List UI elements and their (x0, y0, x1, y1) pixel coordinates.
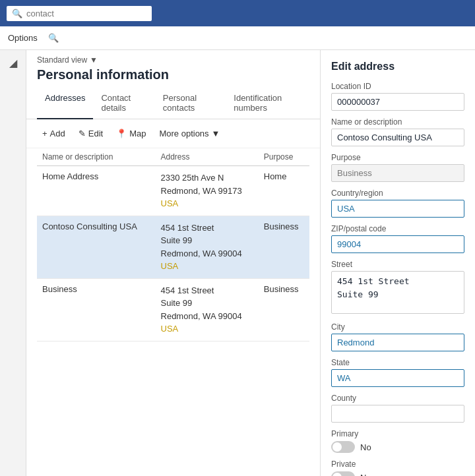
table-container: Name or description Address Purpose Home… (26, 148, 320, 476)
location-id-group: Location ID (331, 82, 464, 111)
add-icon: + (42, 129, 48, 138)
tab-contact-details[interactable]: Contact details (93, 88, 154, 119)
county-label: County (331, 394, 464, 403)
nav-bar: Options 🔍 (0, 26, 475, 50)
search-icon: 🔍 (12, 9, 22, 18)
address-country: USA (161, 324, 179, 334)
address-line1: 2330 25th Ave N (161, 173, 224, 183)
address-line2: Suite 99 (161, 235, 193, 245)
name-label: Name or description (331, 117, 464, 127)
city-input[interactable] (331, 334, 464, 351)
street-label: Street (331, 260, 464, 269)
private-group: Private No (331, 460, 464, 476)
chevron-down-icon: ▼ (212, 129, 220, 138)
page-title: Personal information (37, 67, 309, 82)
col-address: Address (156, 148, 259, 166)
state-group: State (331, 358, 464, 387)
edit-button[interactable]: ✎ Edit (73, 126, 108, 141)
search-input[interactable] (26, 9, 145, 18)
map-icon: 📍 (116, 129, 127, 138)
add-label: Add (50, 129, 65, 138)
nav-search-icon[interactable]: 🔍 (48, 33, 59, 43)
row-address: 454 1st Street Suite 99 Redmond, WA 9900… (156, 216, 259, 278)
street-group: Street 454 1st Street Suite 99 (331, 260, 464, 316)
edit-icon: ✎ (79, 129, 86, 138)
row-address: 2330 25th Ave N Redmond, WA 99173 USA (156, 166, 259, 216)
content-area: Standard view ▼ Personal information Add… (26, 50, 320, 476)
top-bar: 🔍 (0, 0, 475, 26)
row-address: 454 1st Street Suite 99 Redmond, WA 9900… (156, 278, 259, 341)
table-row[interactable]: Business 454 1st Street Suite 99 Redmond… (37, 278, 309, 341)
private-toggle[interactable] (331, 471, 355, 476)
zip-input[interactable] (331, 235, 464, 253)
address-line3: Redmond, WA 99004 (161, 249, 242, 258)
country-input[interactable] (331, 200, 464, 218)
search-box[interactable]: 🔍 (7, 6, 152, 21)
county-group: County (331, 394, 464, 423)
purpose-label: Purpose (331, 153, 464, 162)
table-header-row: Name or description Address Purpose (37, 148, 309, 166)
private-label: Private (331, 460, 464, 469)
purpose-input (331, 164, 464, 182)
map-label: Map (129, 129, 146, 138)
table-row[interactable]: Contoso Consulting USA 454 1st Street Su… (37, 216, 309, 278)
toolbar: + Add ✎ Edit 📍 Map More options ▼ (26, 119, 320, 148)
city-group: City (331, 322, 464, 351)
private-no-label: No (360, 473, 371, 477)
left-sidebar: ◢ (0, 50, 26, 476)
row-purpose: Business (259, 278, 309, 341)
address-country: USA (161, 261, 179, 271)
main-layout: ◢ Standard view ▼ Personal information A… (0, 50, 475, 476)
tab-addresses[interactable]: Addresses (37, 88, 93, 119)
view-selector[interactable]: Standard view ▼ (37, 55, 309, 65)
row-name[interactable]: Home Address (37, 166, 156, 216)
addresses-table: Name or description Address Purpose Home… (37, 148, 309, 342)
street-input[interactable]: 454 1st Street Suite 99 (331, 271, 464, 314)
address-line2: Suite 99 (161, 298, 193, 308)
more-options-button[interactable]: More options ▼ (154, 126, 225, 141)
state-label: State (331, 358, 464, 367)
col-purpose: Purpose (259, 148, 309, 166)
tab-personal-contacts[interactable]: Personal contacts (155, 88, 226, 119)
zip-label: ZIP/postal code (331, 224, 464, 233)
primary-group: Primary No (331, 429, 464, 453)
tabs: Addresses Contact details Personal conta… (26, 88, 320, 119)
name-input[interactable] (331, 129, 464, 146)
primary-toggle[interactable] (331, 441, 355, 453)
address-country: USA (161, 198, 179, 208)
row-name[interactable]: Contoso Consulting USA (37, 216, 156, 278)
city-label: City (331, 322, 464, 332)
primary-no-label: No (360, 442, 371, 452)
country-label: Country/region (331, 189, 464, 198)
col-name: Name or description (37, 148, 156, 166)
primary-toggle-row: No (331, 441, 464, 453)
location-id-input[interactable] (331, 93, 464, 111)
row-name[interactable]: Business (37, 278, 156, 341)
purpose-group: Purpose (331, 153, 464, 182)
add-button[interactable]: + Add (37, 126, 71, 141)
page-header: Standard view ▼ Personal information (26, 50, 320, 88)
address-line1: 454 1st Street (161, 223, 214, 233)
edit-label: Edit (88, 129, 103, 138)
address-line2: Redmond, WA 99173 (161, 186, 242, 196)
zip-group: ZIP/postal code (331, 224, 464, 253)
primary-label: Primary (331, 429, 464, 438)
location-id-label: Location ID (331, 82, 464, 91)
chevron-down-icon: ▼ (90, 55, 98, 65)
name-group: Name or description (331, 117, 464, 146)
row-purpose: Home (259, 166, 309, 216)
options-menu[interactable]: Options (8, 33, 38, 43)
table-row[interactable]: Home Address 2330 25th Ave N Redmond, WA… (37, 166, 309, 216)
filter-icon[interactable]: ◢ (9, 57, 17, 69)
more-options-label: More options (159, 129, 208, 138)
address-line1: 454 1st Street (161, 285, 214, 295)
county-input[interactable] (331, 405, 464, 423)
row-purpose: Business (259, 216, 309, 278)
view-label: Standard view (37, 55, 87, 65)
panel-title: Edit address (331, 61, 464, 73)
country-group: Country/region (331, 189, 464, 218)
address-line3: Redmond, WA 99004 (161, 311, 242, 321)
state-input[interactable] (331, 369, 464, 387)
tab-identification-numbers[interactable]: Identification numbers (226, 88, 309, 119)
map-button[interactable]: 📍 Map (111, 126, 151, 141)
